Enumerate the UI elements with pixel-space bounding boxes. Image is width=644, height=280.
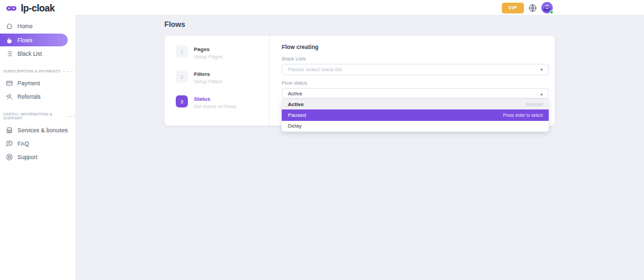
step-title: Status	[194, 96, 236, 102]
brand-mask-icon	[5, 5, 17, 12]
page-title: Flows	[164, 20, 644, 28]
sidebar-item-flows[interactable]: Flows	[0, 34, 68, 46]
credit-card-icon	[6, 80, 13, 87]
step-subtitle: Setup Pages	[194, 54, 223, 60]
wizard-step-status[interactable]: 3 Status Set status of Flows	[176, 95, 269, 109]
chat-bubble-icon	[6, 140, 13, 147]
sidebar-item-services-bonuses[interactable]: Services & bonuses	[0, 124, 75, 137]
sidebar-nav: Home Flows Black List SUBSCRIPTION & PAY…	[0, 19, 75, 164]
sidebar-item-home[interactable]: Home	[0, 19, 75, 33]
black-lists-input[interactable]	[288, 66, 540, 73]
section-title-label: USEFUL INFORMATION & SUPPORT	[3, 112, 64, 120]
home-icon	[6, 23, 13, 30]
option-label: Paused	[288, 112, 306, 118]
sidebar-item-label: Payment	[17, 80, 40, 87]
sidebar-item-label: Flows	[17, 37, 32, 44]
step-number: 1	[176, 46, 188, 58]
flow-creating-card: 1 Pages Setup Pages 2 Filters Setup Filt…	[164, 36, 555, 126]
sidebar: lp-cloak Home Flows Black List SUBSCRIPT…	[0, 0, 75, 280]
flow-status-value: Active	[288, 91, 303, 97]
sidebar-section-subscription-payments: SUBSCRIPTION & PAYMENTS	[0, 69, 75, 73]
topbar-actions: VIP	[502, 2, 553, 13]
option-hint: Press enter to select	[503, 113, 543, 118]
wizard-step-pages[interactable]: 1 Pages Setup Pages	[176, 46, 269, 60]
black-lists-select[interactable]: ▾	[282, 64, 549, 75]
wizard-step-filters[interactable]: 2 Filters Setup Filters	[176, 71, 269, 85]
sidebar-item-label: FAQ	[17, 140, 29, 147]
flow-status-select[interactable]: Active ▴	[282, 88, 549, 99]
sidebar-item-label: Home	[17, 23, 33, 30]
avatar[interactable]	[541, 2, 553, 13]
brand-name: lp-cloak	[21, 3, 55, 13]
step-title: Filters	[194, 71, 222, 77]
add-user-icon	[6, 93, 13, 100]
option-label: Active	[288, 101, 304, 107]
section-divider	[67, 116, 75, 117]
flow-status-label: Flow status	[282, 80, 549, 86]
step-number: 3	[176, 95, 188, 107]
online-status-dot	[549, 10, 553, 14]
sidebar-item-referrals[interactable]: Referrals	[0, 90, 75, 103]
chevron-up-icon: ▴	[540, 91, 543, 96]
vip-button[interactable]: VIP	[502, 3, 524, 13]
step-text: Status Set status of Flows	[194, 95, 236, 109]
flow-status-options: Active Selected Paused Press enter to se…	[282, 99, 549, 132]
list-icon	[6, 50, 13, 57]
step-subtitle: Setup Filters	[194, 79, 222, 85]
option-label: Delay	[288, 123, 301, 129]
chevron-down-icon: ▾	[540, 67, 543, 72]
main-content: Flows 1 Pages Setup Pages 2 Filters Setu…	[75, 15, 644, 280]
section-divider	[63, 71, 72, 72]
globe-icon[interactable]	[529, 4, 537, 12]
sidebar-item-faq[interactable]: FAQ	[0, 137, 75, 150]
form-title: Flow creating	[282, 44, 549, 50]
section-title-label: SUBSCRIPTION & PAYMENTS	[3, 69, 60, 73]
flow-status-field: Active ▴ Active Selected Paused Press en…	[282, 88, 549, 99]
option-hint: Selected	[526, 102, 543, 107]
sidebar-item-label: Services & bonuses	[17, 127, 68, 134]
step-title: Pages	[194, 46, 223, 52]
step-text: Pages Setup Pages	[194, 46, 223, 60]
black-lists-label: Black Lists	[282, 56, 549, 62]
life-buoy-icon	[6, 154, 13, 160]
flow-creating-form: Flow creating Black Lists ▾ Flow status …	[270, 36, 555, 126]
option-paused[interactable]: Paused Press enter to select	[282, 109, 549, 120]
step-number: 2	[176, 71, 188, 83]
sidebar-item-label: Referrals	[17, 93, 40, 100]
brand-logo[interactable]: lp-cloak	[0, 0, 75, 13]
sidebar-item-support[interactable]: Support	[0, 150, 75, 164]
wizard-steps: 1 Pages Setup Pages 2 Filters Setup Filt…	[164, 36, 270, 126]
option-delay[interactable]: Delay	[282, 121, 549, 132]
sidebar-item-payment[interactable]: Payment	[0, 77, 75, 90]
step-subtitle: Set status of Flows	[194, 103, 236, 109]
option-active[interactable]: Active Selected	[282, 99, 549, 109]
sidebar-section-useful-info-support: USEFUL INFORMATION & SUPPORT	[0, 112, 75, 120]
topbar: VIP	[0, 0, 644, 15]
sidebar-item-label: Black List	[17, 50, 42, 57]
storefront-icon	[6, 127, 13, 134]
sidebar-item-black-list[interactable]: Black List	[0, 47, 75, 60]
sidebar-item-label: Support	[17, 154, 38, 160]
step-text: Filters Setup Filters	[194, 71, 222, 85]
flows-icon	[6, 37, 13, 44]
